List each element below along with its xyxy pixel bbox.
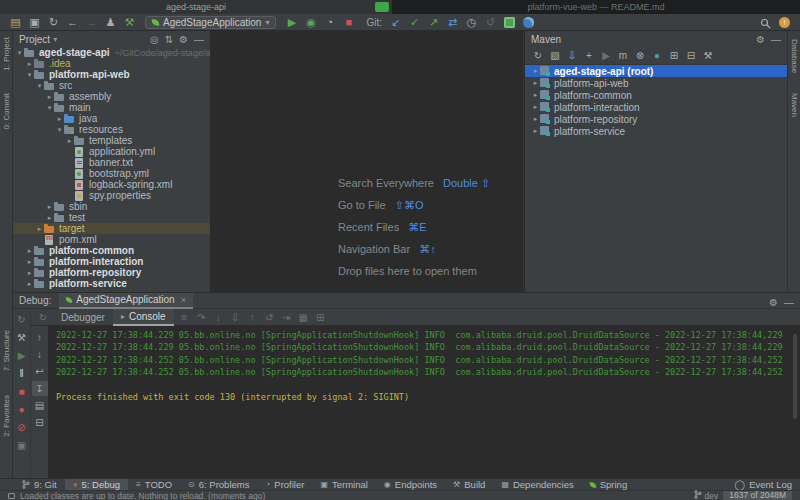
offline-mode-icon[interactable]: ●	[649, 50, 665, 61]
project-item-pom-xml[interactable]: pom.xml	[13, 234, 210, 245]
run-configuration-select[interactable]: AgedStageApplication	[145, 16, 276, 29]
expand-collapse-icon[interactable]: ⇅	[165, 34, 173, 45]
skip-tests-icon[interactable]: ⊗	[632, 50, 648, 61]
console-output[interactable]: 2022-12-27 17:38:44.210 05.bb.online.no …	[49, 326, 800, 478]
stripe-favorites[interactable]: 2: Favorites	[0, 395, 13, 439]
profiler-icon[interactable]: ◔	[320, 14, 339, 30]
step-into-icon[interactable]: ↓	[210, 312, 227, 323]
stripe-database[interactable]: Database	[788, 39, 800, 75]
maven-panel-title[interactable]: Maven	[531, 34, 561, 45]
project-item-idea[interactable]: ▸.idea	[13, 58, 210, 69]
evaluate-expression-icon[interactable]: ▦	[295, 312, 312, 323]
project-item-aged-stage-api[interactable]: ▾aged-stage-api~/GitCode/aged-stage/aged…	[13, 47, 210, 58]
collapse-all-icon[interactable]: ⊟	[683, 50, 699, 61]
tool-window-tab-profiler[interactable]: ◔Profiler	[257, 479, 312, 491]
maven-item-platform-api-web[interactable]: ▸platform-api-web	[525, 77, 787, 89]
forward-icon[interactable]: →	[82, 14, 101, 30]
debug-tab-debugger[interactable]: Debugger	[53, 309, 113, 326]
layout-menu-icon[interactable]: ≡	[176, 312, 193, 323]
project-item-assembly[interactable]: ▸assembly	[13, 91, 210, 102]
maven-item-platform-service[interactable]: ▸platform-service	[525, 125, 787, 137]
locate-file-icon[interactable]: ◎	[150, 34, 159, 45]
resume-icon[interactable]: ▶	[13, 347, 31, 365]
debug-tab-console[interactable]: ▸Console	[113, 309, 174, 326]
settings-icon[interactable]: ⚙	[756, 34, 765, 45]
maven-item-platform-repository[interactable]: ▸platform-repository	[525, 113, 787, 125]
tool-window-tab-git[interactable]: 9: Git	[14, 479, 65, 491]
run-icon[interactable]: ▶	[282, 14, 301, 30]
git-branch-widget[interactable]: dev	[694, 490, 719, 500]
down-stack-icon[interactable]: ↓	[32, 346, 48, 363]
settings-icon[interactable]: ⚙	[769, 297, 778, 308]
git-push-icon[interactable]: ↗	[424, 14, 443, 30]
view-breakpoints-icon[interactable]: ●	[13, 401, 31, 419]
settings-icon[interactable]: ⚙	[179, 34, 188, 45]
project-item-spy-properties[interactable]: spy.properties	[13, 190, 210, 201]
project-item-logback-spring-xml[interactable]: logback-spring.xml	[13, 179, 210, 190]
restart-icon[interactable]: ↻	[35, 312, 51, 323]
project-item-templates[interactable]: ▸templates	[13, 135, 210, 146]
save-all-icon[interactable]: ▣	[25, 14, 44, 30]
download-sources-icon[interactable]: ⇩	[564, 50, 580, 61]
project-item-platform-repository[interactable]: ▸platform-repository	[13, 267, 210, 278]
scroll-to-end-icon[interactable]: ↧	[32, 381, 48, 396]
force-step-into-icon[interactable]: ⇩	[227, 312, 244, 323]
editor-area[interactable]: Search EverywhereDouble ⇧Go to File⇧⌘ORe…	[210, 31, 524, 292]
project-item-resources[interactable]: ▾resources	[13, 124, 210, 135]
project-item-platform-api-web[interactable]: ▾platform-api-web	[13, 69, 210, 80]
tool-window-tab-dependencies[interactable]: ▦Dependencies	[493, 479, 581, 491]
run-coverage-icon[interactable]: ◉	[301, 14, 320, 30]
hide-panel-icon[interactable]: —	[771, 34, 781, 45]
modify-run-config-icon[interactable]: ⚒	[13, 329, 31, 347]
step-over-icon[interactable]: ↷	[193, 312, 210, 323]
stripe-commit[interactable]: 0: Commit	[0, 93, 13, 131]
screenshot-plugin-icon[interactable]	[504, 17, 515, 28]
clear-all-icon[interactable]: ⊟	[32, 414, 48, 431]
stripe-maven[interactable]: Maven	[788, 93, 800, 119]
tool-window-tab-build[interactable]: ⚒Build	[445, 479, 493, 491]
stop-icon[interactable]: ■	[13, 383, 31, 401]
rerun-icon[interactable]: ↻	[13, 311, 31, 329]
build-hammer-icon[interactable]: ⚒	[120, 14, 139, 30]
reimport-icon[interactable]: ↻	[530, 50, 546, 61]
project-item-banner-txt[interactable]: banner.txt	[13, 157, 210, 168]
project-item-target[interactable]: ▸target	[13, 223, 210, 234]
update-available-icon[interactable]: ↑	[779, 17, 790, 28]
search-everywhere-icon[interactable]	[756, 14, 775, 30]
stop-icon[interactable]: ■	[339, 14, 358, 30]
run-maven-icon[interactable]: ▶	[598, 50, 614, 61]
project-panel-title[interactable]: Project	[19, 34, 50, 45]
history-icon[interactable]: ◷	[462, 14, 481, 30]
project-item-java[interactable]: ▸java	[13, 113, 210, 124]
project-item-application-yml[interactable]: application.yml	[13, 146, 210, 157]
maven-item-platform-interaction[interactable]: ▸platform-interaction	[525, 101, 787, 113]
mute-breakpoints-icon[interactable]: ⊘	[13, 419, 31, 437]
project-item-sbin[interactable]: ▸sbin	[13, 201, 210, 212]
undo-icon[interactable]: ↺	[481, 14, 500, 30]
tool-window-tab-todo[interactable]: ≡TODO	[128, 479, 180, 491]
maven-item-aged-stage-api-root[interactable]: ▸aged-stage-api (root)	[525, 65, 787, 77]
stripe-structure[interactable]: 7: Structure	[0, 330, 13, 373]
tool-window-tab-problems[interactable]: ⊙6: Problems	[180, 479, 257, 491]
project-item-src[interactable]: ▾src	[13, 80, 210, 91]
project-item-test[interactable]: ▸test	[13, 212, 210, 223]
project-item-main[interactable]: ▾main	[13, 102, 210, 113]
drop-frame-icon[interactable]: ↺	[261, 312, 278, 323]
run-to-cursor-icon[interactable]: ⇥	[278, 312, 295, 323]
maven-settings-icon[interactable]: ⚒	[700, 50, 716, 61]
background-window-title[interactable]: platform-vue-web — README.md	[392, 0, 800, 14]
git-commit-icon[interactable]: ✓	[405, 14, 424, 30]
expand-all-icon[interactable]: ⊞	[666, 50, 682, 61]
tool-window-tab-debug[interactable]: ●5: Debug	[65, 479, 128, 491]
debug-session-tab[interactable]: AgedStageApplication ×	[59, 293, 193, 309]
back-icon[interactable]: ←	[63, 14, 82, 30]
user-icon[interactable]: ♟	[101, 14, 120, 30]
tool-window-tab-spring[interactable]: Spring	[582, 479, 635, 491]
print-icon[interactable]: ▤	[32, 397, 48, 414]
stripe-project[interactable]: 1: Project	[0, 37, 13, 73]
step-out-icon[interactable]: ↑	[244, 312, 261, 323]
project-item-platform-service[interactable]: ▸platform-service	[13, 278, 210, 289]
restore-layout-icon[interactable]: ⊞	[312, 312, 329, 323]
tool-window-tab-terminal[interactable]: ▣Terminal	[312, 479, 375, 491]
soft-wrap-icon[interactable]: ↩	[32, 363, 48, 380]
